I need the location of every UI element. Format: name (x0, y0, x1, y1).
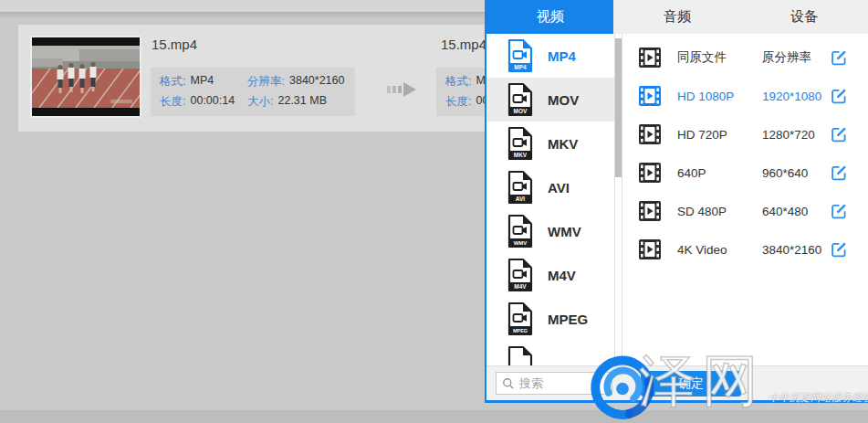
search-icon (502, 377, 515, 390)
format-list-scrollbar[interactable] (614, 34, 622, 365)
edit-icon (830, 202, 848, 220)
file-format-icon: MKV (507, 126, 534, 161)
format-item-mov[interactable]: MOV MOV (486, 78, 614, 122)
film-strip-icon (637, 124, 663, 144)
ok-button[interactable]: 确定 (641, 371, 741, 397)
search-input[interactable] (519, 376, 606, 390)
format-item-mpeg[interactable]: MPEG MPEG (486, 297, 614, 341)
film-strip-icon (637, 239, 663, 259)
format-picker-body: MP4 MP4 MOV MOV (486, 34, 868, 365)
dest-file-title: 15.mp4 (441, 37, 486, 52)
quality-name: HD 1080P (677, 90, 762, 103)
tab-video[interactable]: 视频 (486, 0, 613, 34)
video-thumbnail (30, 36, 141, 118)
format-value: MP4 (190, 74, 214, 90)
quality-resolution: 640*480 (762, 205, 830, 218)
quality-name: 同原文件 (677, 49, 762, 66)
source-file-title: 15.mp4 (152, 37, 197, 52)
thumbnail-watermark (110, 100, 132, 103)
format-item-wmv[interactable]: WMV WMV (486, 209, 614, 253)
svg-text:MKV: MKV (514, 152, 528, 158)
film-strip-icon (637, 163, 663, 183)
quality-resolution: 1920*1080 (762, 90, 830, 103)
format-item-label: M4V (548, 268, 576, 283)
quality-name: 640P (677, 166, 762, 180)
format-search-box[interactable] (496, 372, 612, 395)
edit-settings-button[interactable] (830, 48, 848, 67)
quality-name: 4K Video (677, 243, 762, 257)
format-item-m4v[interactable]: M4V M4V (486, 253, 614, 297)
format-item-mkv[interactable]: MKV MKV (486, 122, 614, 165)
quality-resolution: 原分辨率 (762, 49, 830, 66)
edit-settings-button[interactable] (830, 164, 848, 182)
video-thumbnail-image (32, 37, 140, 116)
format-item-label: MP4 (548, 48, 576, 64)
edit-icon (830, 125, 848, 143)
source-file-info: 格式: MP4 分辨率: 3840*2160 长度: 00:00:14 大小: … (151, 68, 355, 116)
svg-text:MOV: MOV (514, 108, 528, 114)
format-item-mp4[interactable]: MP4 MP4 (486, 34, 614, 78)
format-item-avi[interactable]: AVI AVI (486, 165, 614, 209)
format-item-label: MKV (548, 136, 578, 152)
quality-row-sd480p[interactable]: SD 480P 640*480 (622, 192, 868, 230)
format-item-label: MOV (548, 92, 579, 108)
format-label: 格式: (160, 74, 185, 90)
quality-resolution: 960*640 (762, 166, 830, 180)
edit-settings-button[interactable] (830, 202, 848, 220)
edit-settings-button[interactable] (830, 240, 848, 259)
edit-icon (830, 48, 848, 67)
duration-label: 长度: (160, 94, 185, 110)
svg-text:M4V: M4V (514, 283, 527, 290)
quality-name: SD 480P (677, 205, 762, 218)
size-label: 大小: (247, 94, 273, 110)
tab-device[interactable]: 设备 (741, 0, 868, 34)
format-label: 格式: (445, 74, 471, 90)
format-item-partial[interactable] (486, 341, 614, 365)
quality-row-640p[interactable]: 640P 960*640 (622, 153, 868, 192)
file-format-icon: MPEG (507, 301, 534, 336)
format-picker-tabs: 视频 音频 设备 (486, 0, 868, 34)
tab-audio[interactable]: 音频 (613, 0, 740, 34)
quality-list: 同原文件 原分辨率 HD 1080P 192 (622, 34, 868, 365)
convert-arrow-icon (387, 82, 420, 97)
scrollbar-thumb[interactable] (615, 38, 622, 177)
file-format-icon: AVI (507, 170, 534, 205)
quality-resolution: 3840*2160 (762, 243, 830, 257)
duration-label: 长度: (445, 94, 471, 110)
quality-row-hd1080p[interactable]: HD 1080P 1920*1080 (622, 77, 868, 115)
file-format-icon: MP4 (507, 38, 534, 73)
format-item-label: MPEG (548, 312, 588, 327)
format-item-label: WMV (548, 224, 581, 239)
film-strip-icon (637, 48, 663, 68)
edit-icon (830, 87, 848, 105)
svg-text:MP4: MP4 (514, 64, 527, 70)
quality-row-original[interactable]: 同原文件 原分辨率 (622, 38, 868, 77)
duration-value: 00:00:14 (190, 94, 235, 110)
svg-text:WMV: WMV (514, 240, 528, 246)
edit-settings-button[interactable] (830, 125, 848, 143)
quality-resolution: 1280*720 (762, 128, 830, 142)
film-strip-icon (637, 86, 663, 106)
format-list: MP4 MP4 MOV MOV (486, 34, 614, 365)
popup-footer: 确定 (486, 365, 868, 400)
format-item-label: AVI (548, 180, 570, 196)
size-value: 22.31 MB (277, 94, 327, 110)
edit-settings-button[interactable] (830, 87, 848, 105)
svg-text:MPEG: MPEG (513, 328, 528, 333)
quality-row-hd720p[interactable]: HD 720P 1280*720 (622, 115, 868, 153)
file-format-icon: M4V (507, 258, 534, 292)
window-bottom-bar (0, 410, 868, 423)
resolution-value: 3840*2160 (289, 74, 344, 90)
svg-text:AVI: AVI (516, 196, 526, 202)
resolution-label: 分辨率: (247, 74, 285, 90)
format-picker-popup: 视频 音频 设备 MP4 MP4 (485, 0, 868, 403)
edit-icon (830, 240, 848, 259)
quality-name: HD 720P (677, 128, 762, 142)
file-format-icon (507, 345, 534, 365)
film-strip-icon (637, 201, 663, 221)
file-format-icon: WMV (507, 214, 534, 249)
file-format-icon: MOV (507, 82, 534, 117)
edit-icon (830, 164, 848, 182)
quality-row-4k[interactable]: 4K Video 3840*2160 (622, 230, 868, 269)
